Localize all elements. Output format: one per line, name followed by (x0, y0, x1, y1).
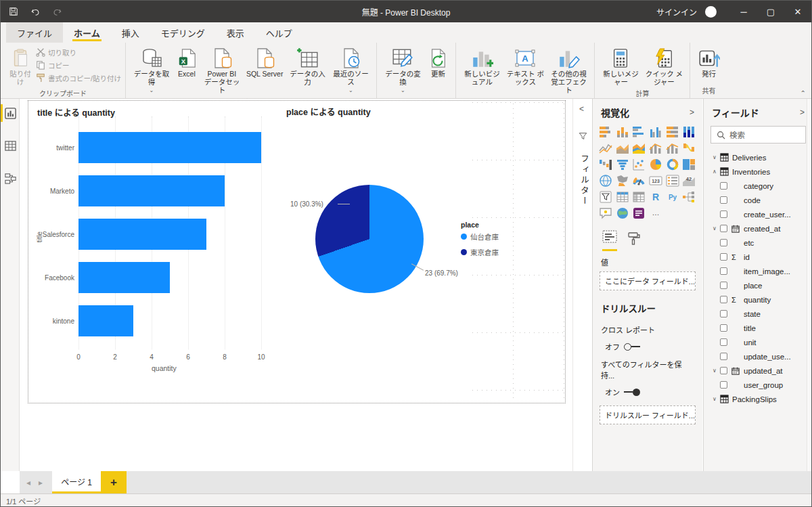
field-item-Deliveries[interactable]: ∨Deliveries (704, 150, 812, 164)
report-canvas[interactable]: title による quantity0246810twitterMarketoS… (20, 99, 572, 471)
drillthrough-drop-zone[interactable]: ドリルスルー フィールド... (600, 405, 696, 424)
visual-type-clustered-column-icon[interactable] (648, 125, 663, 139)
bar-Salesforce[interactable] (78, 219, 206, 250)
visual-type-more-options-icon[interactable]: … (648, 206, 663, 221)
visual-type-treemap-icon[interactable] (681, 157, 696, 172)
ribbon-button-データを取得[interactable]: データを取得⌄ (130, 45, 173, 96)
field-item-updated_at[interactable]: ∨updated_at (704, 363, 812, 378)
visual-type-stacked-bar-icon[interactable] (598, 125, 613, 139)
dropdown-caret-icon[interactable]: ⌄ (150, 87, 154, 95)
visual-type-paginated-report-icon[interactable] (631, 206, 646, 221)
visual-type-scatter-icon[interactable] (631, 157, 646, 172)
field-checkbox[interactable] (720, 196, 727, 204)
minimize-button[interactable]: ─ (730, 1, 757, 22)
visual-type-arcgis-map-icon[interactable] (615, 206, 630, 221)
avatar[interactable] (705, 6, 717, 18)
menu-tab-表示[interactable]: 表示 (216, 22, 255, 43)
field-item-id[interactable]: Σid (704, 250, 812, 264)
visual-type-matrix-icon[interactable] (631, 190, 646, 204)
ribbon-button-切り取り[interactable]: 切り取り (36, 47, 121, 58)
ribbon-button-その他の視覚エフェクト[interactable]: その他の視覚エフェクト⌄ (547, 45, 590, 104)
visual-type-waterfall-icon[interactable] (598, 157, 613, 172)
ribbon-button-クイック メジャー[interactable]: クイック メジャー (642, 45, 685, 87)
field-checkbox[interactable] (720, 211, 727, 218)
filter-pane-collapsed[interactable]: < フィルター (572, 99, 593, 471)
field-item-unit[interactable]: unit (704, 335, 812, 349)
visual-type-clustered-bar-icon[interactable] (631, 125, 646, 139)
field-item-title[interactable]: title (704, 321, 812, 335)
visual-type-kpi-icon[interactable]: 42 (681, 173, 696, 188)
visual-type-multi-row-card-icon[interactable] (665, 173, 680, 188)
field-checkbox[interactable] (720, 296, 727, 303)
ribbon-button-データの変換[interactable]: データの変換⌄ (381, 45, 424, 96)
bar-twitter[interactable] (78, 132, 261, 163)
ribbon-button-Excel[interactable]: XExcel (173, 45, 200, 79)
field-item-created_at[interactable]: ∨created_at (704, 221, 812, 236)
visual-type-line-icon[interactable] (598, 141, 613, 156)
menu-tab-モデリング[interactable]: モデリング (150, 22, 216, 43)
field-item-create_user...[interactable]: create_user... (704, 207, 812, 221)
visual-type-r-script-icon[interactable]: R (648, 190, 663, 204)
visual-type-decomposition-tree-icon[interactable] (681, 190, 696, 204)
visual-type-map-icon[interactable] (598, 173, 613, 188)
new-page-button[interactable]: + (101, 471, 127, 493)
data-view-icon[interactable] (4, 139, 17, 152)
field-checkbox[interactable] (720, 367, 727, 374)
ribbon-button-貼り付け[interactable]: 貼り付け (5, 45, 36, 87)
ribbon-button-書式のコピー/貼り付け[interactable]: 書式のコピー/貼り付け (36, 72, 121, 84)
menu-tab-ヘルプ[interactable]: ヘルプ (255, 22, 303, 43)
field-item-update_use...[interactable]: update_use... (704, 349, 812, 363)
next-page-icon[interactable]: ▸ (39, 478, 43, 487)
collapse-visualizations-icon[interactable]: > (690, 108, 694, 117)
fields-tab[interactable] (602, 230, 617, 251)
visual-type-100-stacked-bar-icon[interactable] (665, 125, 680, 139)
report-view-icon[interactable] (4, 107, 17, 120)
field-checkbox[interactable] (720, 338, 727, 346)
menu-tab-ホーム[interactable]: ホーム (63, 22, 111, 43)
chevron-down-icon[interactable]: ∨ (709, 368, 720, 374)
visual-type-gauge-icon[interactable] (631, 173, 646, 188)
visual-type-stacked-column-icon[interactable] (615, 125, 630, 139)
ribbon-button-テキスト ボックス[interactable]: Aテキスト ボックス (503, 45, 547, 87)
visual-type-card-icon[interactable]: 123 (648, 173, 663, 188)
ribbon-button-コピー[interactable]: コピー (36, 60, 121, 71)
close-button[interactable]: ✕ (784, 1, 811, 22)
ribbon-button-更新[interactable]: 更新 (424, 45, 451, 79)
visual-type-funnel-icon[interactable] (615, 157, 630, 172)
ribbon-button-最近のソース[interactable]: 最近のソース⌄ (329, 45, 372, 96)
keep-filters-toggle[interactable]: オン (593, 382, 702, 399)
dropdown-caret-icon[interactable]: ⌄ (348, 87, 353, 95)
field-item-item_image...[interactable]: item_image... (704, 264, 812, 278)
ribbon-collapse-icon[interactable]: ⌃ (800, 89, 806, 97)
field-item-state[interactable]: state (704, 307, 812, 321)
visual-type-python-icon[interactable]: Py (665, 190, 680, 204)
pie-plot[interactable] (315, 185, 424, 293)
field-checkbox[interactable] (720, 381, 727, 389)
expand-filters-icon[interactable]: < (579, 104, 584, 114)
field-item-user_group[interactable]: user_group (704, 378, 812, 392)
sign-in-button[interactable]: サインイン (656, 6, 697, 18)
pie-chart-visual[interactable]: place による quantity10 (30.3%)23 (69.7%) p… (285, 102, 515, 400)
bar-Facebook[interactable] (78, 262, 170, 293)
field-checkbox[interactable] (720, 253, 727, 261)
chevron-down-icon[interactable]: ∨ (709, 225, 720, 232)
ribbon-button-SQL Server[interactable]: SQL Server (244, 45, 286, 79)
legend-item[interactable]: 東京倉庫 (461, 247, 499, 257)
ribbon-button-発行[interactable]: 発行 (694, 45, 723, 79)
cross-report-toggle[interactable]: オフ (593, 336, 702, 353)
visual-type-slicer-icon[interactable] (598, 190, 613, 204)
fields-scrollbar[interactable] (807, 99, 812, 471)
field-checkbox[interactable] (720, 267, 727, 275)
field-checkbox[interactable] (720, 182, 727, 190)
bar-kintone[interactable] (78, 305, 133, 336)
field-item-PackingSlips[interactable]: ∨PackingSlips (704, 392, 812, 406)
visual-type-line-stacked-column-icon[interactable] (648, 141, 663, 156)
chevron-down-icon[interactable]: ∨ (709, 396, 720, 402)
collapse-fields-icon[interactable]: > (800, 108, 805, 117)
visual-type-line-clustered-column-icon[interactable] (665, 141, 680, 156)
field-checkbox[interactable] (720, 239, 727, 246)
visual-type-filled-map-icon[interactable] (615, 173, 630, 188)
maximize-button[interactable]: ▢ (757, 1, 784, 22)
ribbon-button-データの入力[interactable]: データの入力 (286, 45, 329, 87)
undo-icon[interactable] (26, 5, 44, 18)
